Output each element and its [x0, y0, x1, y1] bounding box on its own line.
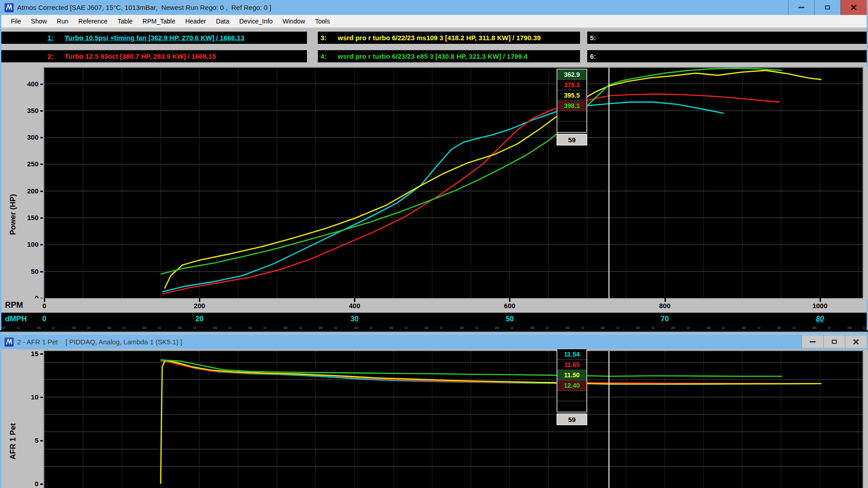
menu-header[interactable]: Header	[180, 16, 211, 27]
dmph-tick-0: 0	[42, 315, 47, 323]
power-y-tick-200: 200	[4, 187, 38, 195]
afr-y-tick-5: 5	[4, 436, 38, 445]
dyno-app-icon	[5, 3, 14, 12]
series-wsrd-pro-r-turbo-6-22-23-ms109-3	[165, 70, 821, 289]
dmph-axis-label: dMPH	[5, 314, 27, 324]
legend-divider	[307, 28, 318, 67]
legend-divider	[1, 62, 867, 67]
rpm-tick-1000: 1000	[812, 302, 827, 310]
menu-reference[interactable]: Reference	[73, 16, 113, 27]
power-y-tick-400: 400	[4, 80, 38, 88]
menu-window[interactable]: Window	[278, 16, 310, 27]
legend-slot-1[interactable]: 1:Turbo 10.5psi +timing fan [362.9 HP, 2…	[45, 32, 307, 44]
legend-run-label: wsrd pro r turbo 6/23/23 e85 3 [430.8 HP…	[338, 52, 528, 60]
legend-area: 1:Turbo 10.5psi +timing fan [362.9 HP, 2…	[1, 28, 867, 67]
rpm-tick-800: 800	[659, 302, 670, 310]
maximize-button[interactable]	[823, 335, 845, 348]
afr-y-tickmark	[40, 397, 43, 398]
legend-slot-5[interactable]: 5:	[587, 32, 849, 44]
power-cursor-readout: 362.9378.3395.5398.1	[557, 69, 587, 133]
maximize-icon	[832, 340, 837, 344]
power-y-tick-100: 100	[4, 240, 38, 249]
afr-cursor-readout: 11.5411.6511.5012.40	[557, 348, 587, 413]
cursor-value-cell: 362.9	[557, 70, 586, 80]
afr-y-tick-15: 15	[4, 350, 38, 358]
power-window-titlebar[interactable]: Atmos Corrected [SAE J607, 15°C, 1013mBa…	[1, 0, 867, 15]
rpm-tickmark	[665, 298, 666, 302]
power-window-title: Atmos Corrected [SAE J607, 15°C, 1013mBa…	[17, 4, 271, 11]
cursor-value-cell	[557, 391, 586, 401]
cursor-value-cell: 398.1	[557, 101, 586, 111]
menu-rpm_table[interactable]: RPM_Table	[137, 16, 180, 27]
minimize-icon	[810, 341, 816, 343]
power-y-tickmark	[40, 271, 43, 272]
minimize-button[interactable]	[802, 335, 823, 348]
afr-window-title: 2 - AFR 1 Pet [ PIDDAQ, Analog, Lambda 1…	[17, 338, 182, 346]
menu-tools[interactable]: Tools	[310, 16, 335, 27]
cursor-value-cell: 378.3	[557, 80, 586, 90]
menu-run[interactable]: Run	[52, 16, 74, 27]
legend-slot-4[interactable]: 4:wsrd pro r turbo 6/23/23 e85 3 [430.8 …	[318, 50, 580, 62]
afr-y-tickmark	[40, 483, 43, 485]
legend-divider	[1, 28, 867, 32]
menu-data[interactable]: Data	[211, 16, 235, 27]
legend-slot-6[interactable]: 6:	[587, 50, 849, 62]
legend-slot-3[interactable]: 3:wsrd pro r turbo 6/22/23 ms109 3 [418.…	[318, 32, 580, 44]
close-icon	[851, 5, 857, 10]
cursor-line[interactable]	[609, 351, 609, 488]
afr-y-tick-10: 10	[4, 393, 38, 401]
dmph-tick-70: 70	[661, 315, 669, 323]
cursor-value-cell: 395.5	[557, 90, 586, 101]
menu-file[interactable]: File	[6, 16, 26, 27]
cursor-value-cell	[557, 122, 586, 132]
dyno-app-icon	[5, 338, 14, 347]
cursor-value-cell: 12.40	[557, 380, 586, 391]
afr-window: 2 - AFR 1 Pet [ PIDDAQ, Analog, Lambda 1…	[0, 332, 868, 488]
legend-run-number: 2:	[47, 52, 65, 60]
maximize-button[interactable]	[814, 0, 840, 15]
cursor-value-cell: 11.50	[557, 370, 586, 380]
afr-plot-area[interactable]	[43, 350, 863, 488]
rpm-tick-200: 200	[194, 302, 205, 310]
power-y-tickmark	[40, 244, 43, 245]
menu-table[interactable]: Table	[113, 16, 137, 27]
rpm-tick-0: 0	[42, 302, 46, 310]
clipped-status-strip	[1, 326, 867, 330]
close-button[interactable]	[845, 335, 867, 348]
afr-cursor-x-value: 59	[557, 413, 587, 425]
legend-divider	[580, 28, 587, 67]
afr-y-tickmark	[40, 353, 43, 355]
plot-right-pad	[863, 67, 868, 299]
legend-run-number: 5:	[590, 34, 607, 42]
rpm-tick-400: 400	[349, 302, 360, 310]
menu-bar: FileShowRunReferenceTableRPM_TableHeader…	[1, 15, 867, 28]
afr-window-titlebar[interactable]: 2 - AFR 1 Pet [ PIDDAQ, Analog, Lambda 1…	[1, 334, 867, 349]
dmph-axis-row: dMPH 02030507080	[1, 313, 867, 326]
legend-run-label: Turbo 12.5 93oct [380.7 HP, 283.9 KW] / …	[65, 52, 216, 60]
menu-show[interactable]: Show	[26, 16, 52, 27]
power-y-tick-50: 50	[4, 267, 38, 276]
afr-y-axis-title: AFR 1 Pet	[9, 369, 18, 460]
power-plot-area[interactable]	[43, 67, 863, 299]
menu-device_info[interactable]: Device_Info	[234, 16, 278, 27]
close-button[interactable]	[840, 0, 867, 15]
legend-run-number: 4:	[321, 52, 338, 60]
plot-right-pad	[863, 350, 868, 488]
cursor-value-cell: 11.65	[557, 360, 586, 370]
rpm-tickmark	[820, 298, 821, 302]
legend-slot-2[interactable]: 2:Turbo 12.5 93oct [380.7 HP, 283.9 KW] …	[45, 50, 307, 62]
legend-run-number: 6:	[590, 52, 607, 60]
cursor-value-cell: 11.54	[557, 349, 586, 360]
desktop: Atmos Corrected [SAE J607, 15°C, 1013mBa…	[0, 0, 868, 488]
rpm-axis-row: RPM 02004006008001000	[1, 298, 867, 313]
maximize-icon	[825, 5, 830, 9]
cursor-value-cell	[557, 401, 586, 412]
dmph-tick-50: 50	[505, 315, 514, 323]
cursor-line[interactable]	[609, 68, 609, 298]
rpm-tickmark	[354, 298, 355, 302]
minimize-button[interactable]	[788, 0, 814, 15]
minimize-icon	[798, 7, 804, 8]
rpm-axis-label: RPM	[5, 300, 23, 310]
series-turbo-10-5psi-timing-fan	[162, 102, 724, 292]
power-y-tickmark	[40, 84, 43, 85]
